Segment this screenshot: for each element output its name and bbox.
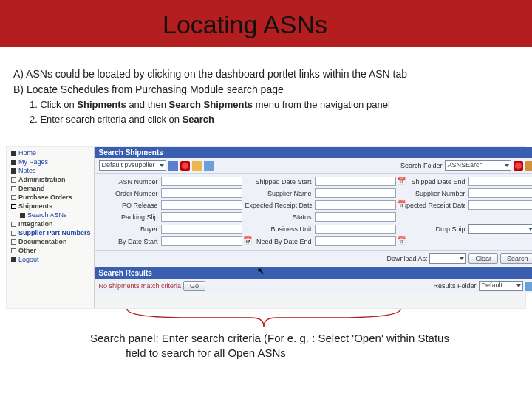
select-drop-ship[interactable] (468, 224, 532, 234)
slide-title: Locating ASNs (163, 10, 327, 39)
input-shipped-date-start[interactable] (315, 177, 396, 186)
delete-icon[interactable] (180, 161, 190, 171)
input-po-release[interactable] (161, 200, 242, 210)
caption-line2: field to search for all Open ASNs (126, 346, 502, 361)
search-results-title: Search Results (99, 269, 152, 277)
results-row: No shipments match criteria Go Results F… (95, 279, 532, 293)
lbl-supplier-number: Supplier Number (399, 190, 466, 197)
nav-demand[interactable]: Demand (10, 184, 91, 193)
lbl-expected-end: Expected Receipt Date End (399, 202, 466, 209)
search-folder-label: Search Folder (400, 162, 443, 169)
search-results-header: Search Results ↖ (95, 267, 532, 279)
search-toolbar: Default pvsupplier Search Folder ASNSEar… (95, 158, 532, 174)
lbl-status: Status (245, 214, 312, 221)
nav-notes[interactable]: Notes (10, 166, 91, 175)
input-buyer[interactable] (161, 225, 242, 234)
step1-mid: and then (126, 99, 169, 110)
lbl-shipped-date-start: Shipped Date Start (245, 178, 312, 185)
step-2: 2. Enter search criteria and click on Se… (30, 112, 525, 127)
step1-bold-a: Shipments (77, 99, 126, 110)
input-by-date-start[interactable] (161, 236, 242, 246)
no-results-text: No shipments match criteria (99, 282, 182, 290)
line-a: A) ASNs could be located by clicking on … (13, 66, 525, 82)
caption-line1: Search panel: Enter search criteria (For… (90, 332, 449, 344)
search-folder-delete-icon[interactable] (514, 161, 523, 171)
save-icon[interactable] (168, 161, 178, 171)
download-as-label: Download As: (386, 255, 427, 262)
button-row: Download As: Clear Search (95, 250, 532, 266)
download-as-select[interactable] (429, 253, 466, 264)
lbl-buyer: Buyer (99, 225, 158, 233)
input-business-unit[interactable] (315, 225, 396, 234)
input-expected-end[interactable] (468, 200, 532, 210)
lbl-packing-slip: Packing Slip (99, 214, 158, 221)
input-shipped-date-end[interactable] (468, 177, 532, 186)
search-shipments-header: Search Shipments (95, 147, 532, 158)
nav-logout[interactable]: Logout (10, 255, 91, 264)
lbl-by-date-start: By Date Start (99, 238, 158, 245)
step1-bold-b: Search Shipments (169, 99, 253, 110)
main-panel: Search Shipments Default pvsupplier Sear… (95, 147, 532, 308)
search-button[interactable]: Search (500, 253, 532, 264)
results-folder-label: Results Folder (434, 282, 477, 290)
clear-button[interactable]: Clear (468, 253, 498, 264)
nav-search-asns[interactable]: Search ASNs (10, 211, 91, 219)
lbl-drop-ship: Drop Ship (399, 225, 466, 233)
nav-shipments[interactable]: Shipments (10, 202, 91, 211)
step2-pre: 2. Enter search criteria and click on (30, 114, 183, 125)
nav-panel: Home My Pages Notes Administration Deman… (7, 147, 95, 308)
step2-bold: Search (183, 114, 214, 125)
lbl-order-number: Order Number (99, 190, 158, 197)
step1-pre: 1. Click on (30, 99, 77, 110)
search-folder-select[interactable]: ASNSEarch (445, 160, 511, 171)
input-asn-number[interactable] (161, 177, 242, 186)
input-supplier-name[interactable] (315, 188, 396, 198)
input-need-by-date-end[interactable] (315, 236, 396, 246)
lbl-asn-number: ASN Number (99, 178, 158, 185)
nav-documentation[interactable]: Documentation (10, 237, 91, 246)
results-folder-select[interactable]: Default (479, 281, 523, 291)
input-order-number[interactable] (161, 188, 242, 198)
lbl-expected-start: Expected Receipt Date Start (245, 202, 312, 209)
caption-text: Search panel: Enter search criteria (For… (90, 331, 502, 361)
config-icon[interactable] (204, 161, 214, 171)
nav-administration[interactable]: Administration (10, 175, 91, 184)
step1-post: menu from the navigation panel (253, 99, 390, 110)
nav-home[interactable]: Home (10, 149, 91, 157)
lbl-need-by-date-end: Need By Date End (245, 238, 312, 245)
input-packing-slip[interactable] (161, 212, 242, 222)
nav-purchase-orders[interactable]: Purchase Orders (10, 193, 91, 202)
input-supplier-number[interactable] (468, 188, 532, 198)
input-status[interactable] (315, 212, 396, 222)
body-text: A) ASNs could be located by clicking on … (13, 66, 525, 126)
lbl-shipped-date-end: Shipped Date End (399, 178, 466, 185)
wand-icon[interactable] (192, 161, 202, 171)
cursor-icon: ↖ (257, 266, 265, 276)
step-1: 1. Click on Shipments and then Search Sh… (30, 98, 525, 112)
results-config-icon[interactable] (525, 282, 532, 291)
lbl-supplier-name: Supplier Name (245, 190, 312, 197)
go-button[interactable]: Go (183, 281, 205, 291)
search-form: ASN Number Shipped Date Start Shipped Da… (95, 174, 532, 250)
curly-brace-icon (126, 307, 402, 330)
line-b: B) Locate Schedules from Purchasing Modu… (13, 82, 525, 98)
nav-integration[interactable]: Integration (10, 219, 91, 228)
nav-supplier-part-numbers[interactable]: Supplier Part Numbers (10, 228, 91, 237)
lbl-po-release: PO Release (99, 202, 158, 209)
app-screenshot: Home My Pages Notes Administration Deman… (6, 146, 526, 309)
input-expected-start[interactable] (315, 200, 396, 210)
default-select[interactable]: Default pvsupplier (99, 160, 166, 171)
broom-icon[interactable] (525, 161, 532, 171)
nav-other[interactable]: Other (10, 246, 91, 255)
slide-root: Locating ASNs A) ASNs could be located b… (0, 0, 532, 399)
nav-my-pages[interactable]: My Pages (10, 157, 91, 166)
lbl-business-unit: Business Unit (245, 225, 312, 233)
